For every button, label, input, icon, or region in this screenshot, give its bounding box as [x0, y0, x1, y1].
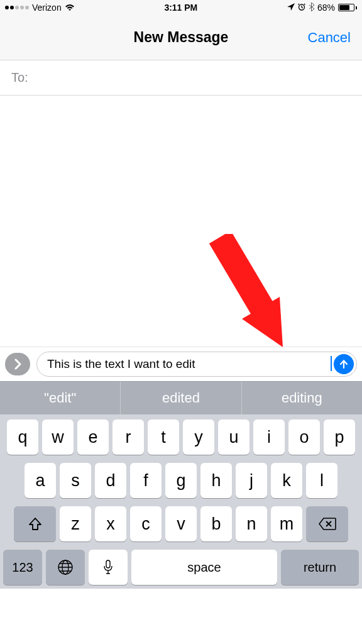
- message-area: [0, 96, 362, 347]
- key-j[interactable]: j: [236, 463, 267, 498]
- more-apps-button[interactable]: [5, 353, 30, 375]
- key-s[interactable]: s: [60, 463, 91, 498]
- globe-key[interactable]: [46, 550, 85, 585]
- key-c[interactable]: c: [130, 506, 162, 541]
- message-input-row: This is the text I want to edit: [0, 347, 362, 381]
- key-e[interactable]: e: [77, 419, 109, 455]
- cancel-button[interactable]: Cancel: [308, 30, 351, 46]
- key-i[interactable]: i: [253, 419, 285, 455]
- status-bar: Verizon 3:11 PM 68%: [0, 0, 362, 15]
- svg-marker-1: [242, 297, 283, 347]
- key-k[interactable]: k: [271, 463, 302, 498]
- key-d[interactable]: d: [95, 463, 126, 498]
- key-x[interactable]: x: [95, 506, 126, 541]
- numeric-key[interactable]: 123: [3, 550, 42, 585]
- key-y[interactable]: y: [183, 419, 214, 455]
- battery-icon: [338, 4, 357, 11]
- to-field[interactable]: To:: [0, 60, 362, 96]
- backspace-key[interactable]: [306, 506, 348, 541]
- keyboard: qwertyuiop asdfghjkl zxcvbnm 123 space r…: [0, 414, 362, 589]
- predictive-suggestion-3[interactable]: editing: [242, 382, 362, 414]
- carrier-label: Verizon: [32, 3, 62, 13]
- key-z[interactable]: z: [60, 506, 91, 541]
- text-cursor: [331, 356, 332, 371]
- annotation-arrow-icon: [201, 234, 295, 356]
- key-m[interactable]: m: [271, 506, 302, 541]
- status-right: 68%: [287, 3, 357, 13]
- predictive-suggestion-1[interactable]: "edit": [0, 382, 121, 414]
- key-v[interactable]: v: [165, 506, 197, 541]
- shift-key[interactable]: [14, 506, 56, 541]
- key-w[interactable]: w: [42, 419, 74, 455]
- key-n[interactable]: n: [236, 506, 267, 541]
- dictation-key[interactable]: [89, 550, 128, 585]
- key-r[interactable]: r: [112, 419, 144, 455]
- key-h[interactable]: h: [200, 463, 232, 498]
- svg-rect-4: [106, 560, 110, 568]
- key-t[interactable]: t: [148, 419, 179, 455]
- location-icon: [287, 3, 295, 13]
- key-b[interactable]: b: [200, 506, 232, 541]
- key-p[interactable]: p: [324, 419, 355, 455]
- key-a[interactable]: a: [25, 463, 56, 498]
- key-q[interactable]: q: [7, 419, 38, 455]
- key-f[interactable]: f: [130, 463, 162, 498]
- key-u[interactable]: u: [218, 419, 250, 455]
- space-key[interactable]: space: [131, 550, 277, 585]
- status-left: Verizon: [5, 3, 75, 13]
- wifi-icon: [65, 4, 75, 11]
- bluetooth-icon: [309, 3, 314, 13]
- status-time: 3:11 PM: [164, 3, 197, 13]
- key-g[interactable]: g: [165, 463, 197, 498]
- predictive-bar: "edit" edited editing: [0, 381, 362, 414]
- predictive-suggestion-2[interactable]: edited: [121, 382, 241, 414]
- message-input-pill[interactable]: This is the text I want to edit: [36, 352, 357, 377]
- page-title: New Message: [134, 29, 229, 46]
- return-key[interactable]: return: [281, 550, 359, 585]
- nav-header: New Message Cancel: [0, 15, 362, 60]
- keyboard-row-4: 123 space return: [3, 550, 359, 585]
- key-l[interactable]: l: [306, 463, 337, 498]
- battery-pct: 68%: [317, 3, 335, 13]
- signal-strength-icon: [5, 6, 29, 9]
- keyboard-row-3: zxcvbnm: [3, 506, 359, 541]
- to-label: To:: [11, 70, 28, 85]
- keyboard-row-1: qwertyuiop: [3, 419, 359, 455]
- send-button[interactable]: [334, 354, 354, 374]
- keyboard-row-2: asdfghjkl: [3, 463, 359, 498]
- message-input[interactable]: This is the text I want to edit: [47, 357, 330, 371]
- key-o[interactable]: o: [288, 419, 320, 455]
- alarm-icon: [298, 3, 305, 13]
